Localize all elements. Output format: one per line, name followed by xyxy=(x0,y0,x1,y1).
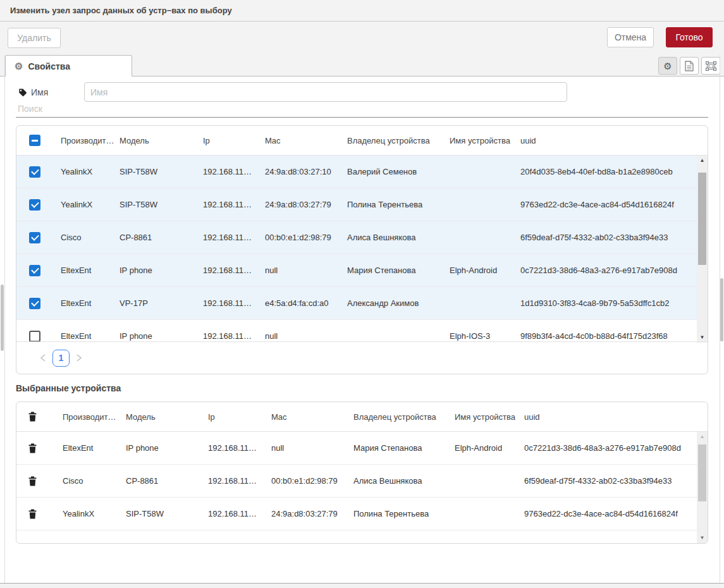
cell-uuid: 9763ed22-dc3e-4ace-ac84-d54d1616824f xyxy=(524,509,697,518)
cell-manufacturer: EltexEnt xyxy=(61,331,120,341)
cell-ip: 192.168.11… xyxy=(203,167,265,176)
appearance-icon xyxy=(706,61,716,71)
selected-table-scrollbar[interactable]: ▲ ▼ xyxy=(697,432,708,543)
scrollbar-thumb[interactable] xyxy=(698,444,706,501)
devices-table-header: Производит…МодельIpMacВладелец устройств… xyxy=(16,126,708,156)
selected-devices-table: Производит…МодельIpMacВладелец устройств… xyxy=(16,401,708,544)
dialog-footer xyxy=(0,583,724,588)
cell-mac: null xyxy=(265,266,347,275)
cell-model: SIP-T58W xyxy=(120,200,203,209)
column-header: Ip xyxy=(203,136,265,145)
dialog-toolbar: Удалить Отмена Готово xyxy=(0,21,724,55)
delete-button[interactable]: Удалить xyxy=(8,28,61,48)
cell-mac: 24:9a:d8:03:27:10 xyxy=(265,167,347,176)
cell-device-name: Elph-Android xyxy=(450,266,520,275)
page-scrollbar-left[interactable] xyxy=(1,285,4,351)
name-input[interactable] xyxy=(84,82,567,102)
devices-table-scrollbar[interactable]: ▲ ▼ xyxy=(697,156,708,343)
page-scrollbar-right[interactable] xyxy=(720,278,723,341)
page-number-button[interactable]: 1 xyxy=(52,350,70,367)
row-checkbox[interactable] xyxy=(29,166,40,178)
table-row: EltexEnt IP phone 192.168.11… null Мария… xyxy=(16,432,697,465)
row-checkbox[interactable] xyxy=(29,331,40,342)
description-tab-button[interactable] xyxy=(680,57,699,75)
column-header: Имя устройства xyxy=(455,412,524,422)
scroll-up-icon[interactable]: ▲ xyxy=(697,432,708,442)
row-checkbox[interactable] xyxy=(29,199,40,211)
cell-ip: 192.168.11… xyxy=(203,266,265,275)
cell-uuid: 0c7221d3-38d6-48a3-a276-e917ab7e908d xyxy=(524,443,697,453)
table-row[interactable]: YealinkX SIP-T58W 192.168.11… 24:9a:d8:0… xyxy=(16,156,697,188)
devices-table-body: YealinkX SIP-T58W 192.168.11… 24:9a:d8:0… xyxy=(16,156,708,343)
select-all-checkbox[interactable] xyxy=(29,135,40,146)
selected-table-body: EltexEnt IP phone 192.168.11… null Мария… xyxy=(16,432,708,543)
cell-ip: 192.168.11… xyxy=(208,476,271,486)
table-row[interactable]: YealinkX SIP-T58W 192.168.11… 24:9a:d8:0… xyxy=(16,188,697,221)
table-row: Cisco CP-8861 192.168.11… 00:b0:e1:d2:98… xyxy=(16,465,697,498)
selected-devices-heading: Выбранные устройства xyxy=(16,383,121,393)
gear-icon: ⚙ xyxy=(663,61,672,71)
cell-model: VP-17P xyxy=(120,298,203,308)
column-header: Модель xyxy=(126,412,208,422)
row-checkbox[interactable] xyxy=(29,265,40,276)
document-icon xyxy=(685,61,694,71)
scrollbar-thumb[interactable] xyxy=(698,173,706,265)
cell-owner: Полина Терентьева xyxy=(353,509,455,518)
cell-ip: 192.168.11… xyxy=(203,200,265,209)
trash-icon[interactable] xyxy=(28,411,37,422)
cell-mac: null xyxy=(265,331,347,341)
cell-uuid: 0c7221d3-38d6-48a3-a276-e917ab7e908d xyxy=(520,266,697,275)
cell-mac: null xyxy=(271,443,353,453)
cell-model: IP phone xyxy=(126,443,208,453)
cell-uuid: 20f4d035-8eb4-40ef-bd8a-b1a2e8980ceb xyxy=(520,167,697,176)
table-row[interactable]: EltexEnt VP-17P 192.168.11… e4:5a:d4:fa:… xyxy=(16,287,697,320)
cell-mac: 24:9a:d8:03:27:79 xyxy=(271,509,353,518)
cell-mac: 00:b0:e1:d2:98:79 xyxy=(271,476,353,486)
cell-ip: 192.168.11… xyxy=(203,331,265,341)
next-page-icon[interactable] xyxy=(75,353,83,362)
cancel-button[interactable]: Отмена xyxy=(607,27,654,47)
cell-device-name: Elph-IOS-3 xyxy=(450,331,520,341)
cell-owner: Мария Степанова xyxy=(347,266,450,275)
cell-model: CP-8861 xyxy=(126,476,208,486)
cell-uuid: 1d1d9310-3f83-4ca8-9b79-5a53dffc1cb2 xyxy=(520,298,697,308)
search-input[interactable] xyxy=(16,100,708,118)
cell-ip: 192.168.11… xyxy=(208,443,271,453)
cell-uuid: 6f59deaf-d75f-4332-ab02-c33ba3f94e33 xyxy=(524,476,697,486)
appearance-tab-button[interactable] xyxy=(701,57,720,75)
cell-mac: e4:5a:d4:fa:cd:a0 xyxy=(265,298,347,308)
scroll-down-icon[interactable]: ▼ xyxy=(697,533,708,543)
cell-manufacturer: YealinkX xyxy=(61,200,120,209)
edit-node-dialog: Изменить узел запрос данных об устр−вах … xyxy=(0,0,724,588)
column-header: Имя устройства xyxy=(450,136,520,145)
scroll-up-icon[interactable]: ▲ xyxy=(697,156,708,166)
cell-manufacturer: Cisco xyxy=(61,233,120,242)
done-button[interactable]: Готово xyxy=(666,27,713,47)
tab-properties[interactable]: ⚙ Свойства xyxy=(5,55,132,77)
cell-uuid: 6f59deaf-d75f-4332-ab02-c33ba3f94e33 xyxy=(520,233,697,242)
cell-mac: 00:b0:e1:d2:98:79 xyxy=(265,233,347,242)
row-checkbox[interactable] xyxy=(29,298,40,309)
cell-model: IP phone xyxy=(120,266,203,275)
cell-manufacturer: EltexEnt xyxy=(61,266,120,275)
table-row[interactable]: EltexEnt IP phone 192.168.11… null Elph-… xyxy=(16,320,697,343)
table-row[interactable]: Cisco CP-8861 192.168.11… 00:b0:e1:d2:98… xyxy=(16,221,697,254)
row-checkbox[interactable] xyxy=(29,232,40,243)
cell-manufacturer: EltexEnt xyxy=(63,443,126,453)
prev-page-icon[interactable] xyxy=(39,353,47,362)
dialog-title: Изменить узел запрос данных об устр−вах … xyxy=(0,0,724,21)
remove-device-icon[interactable] xyxy=(28,443,37,454)
remove-device-icon[interactable] xyxy=(28,508,37,520)
cell-mac: 24:9a:d8:03:27:79 xyxy=(265,200,347,209)
column-header: Mac xyxy=(271,412,353,422)
column-header: Модель xyxy=(120,136,203,145)
table-row[interactable]: EltexEnt IP phone 192.168.11… null Мария… xyxy=(16,254,697,287)
tab-properties-label: Свойства xyxy=(28,61,70,71)
remove-device-icon[interactable] xyxy=(28,475,37,487)
pagination: 1 xyxy=(16,341,708,374)
column-header: Владелец устройства xyxy=(347,136,450,145)
cell-uuid: 9f89b3f4-a4cd-4c0b-b88d-64f175d23f68 xyxy=(520,331,697,341)
dialog-left-border xyxy=(4,55,5,583)
column-header: Владелец устройства xyxy=(353,412,455,422)
properties-tab-button[interactable]: ⚙ xyxy=(658,57,677,75)
